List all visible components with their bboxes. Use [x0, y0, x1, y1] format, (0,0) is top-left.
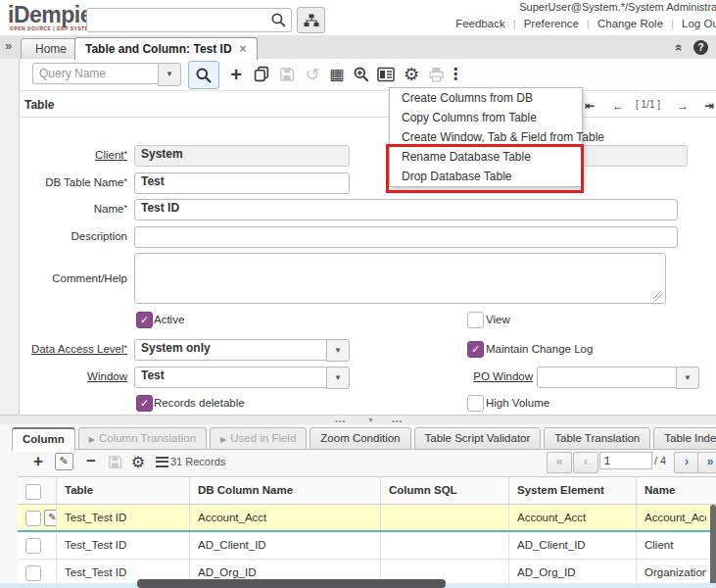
description-label: Description	[18, 230, 127, 242]
next-record-icon[interactable]: →	[677, 99, 689, 113]
collapse-all-icon[interactable]: «	[672, 44, 687, 51]
report-button[interactable]	[373, 61, 399, 87]
change-role-link[interactable]: Change Role	[597, 18, 663, 29]
process-dropdown-menu: Create Columns from DB Copy Columns from…	[389, 87, 583, 187]
save-button	[274, 61, 300, 87]
header-links: Feedback|Preference|Change Role|Log Out	[450, 18, 716, 29]
help-icon[interactable]: ?	[693, 40, 708, 55]
global-search-input[interactable]	[86, 8, 292, 32]
menu-item-create-window-tab-field[interactable]: Create Window, Tab & Field from Table	[390, 127, 582, 147]
table-row[interactable]: Test_Test ID AD_Client_ID AD_Client_ID C…	[18, 532, 716, 560]
more-options-kebab-icon[interactable]: ⋮	[443, 61, 468, 87]
page-number-input[interactable]	[599, 452, 652, 469]
table-row[interactable]: ✎ Test_Test ID Account_Acct Account_Acct…	[18, 505, 716, 532]
page-next-button[interactable]: ›	[674, 452, 699, 473]
client-field: System	[134, 145, 350, 167]
edit-row-button[interactable]: ✎	[53, 452, 74, 471]
tab-column-translation: ▶Column Translation	[78, 427, 207, 450]
chevron-right-icon: ▶	[220, 435, 226, 444]
tab-group-title: Table	[24, 98, 54, 112]
menu-item-drop-database-table[interactable]: Drop Database Table	[390, 167, 582, 186]
po-window-select[interactable]: ▼	[537, 367, 678, 388]
find-record-button[interactable]	[188, 61, 219, 89]
sitemap-icon	[304, 14, 319, 27]
zoom-across-button[interactable]	[349, 61, 374, 87]
menu-item-copy-columns-from-table[interactable]: Copy Columns from Table	[390, 108, 582, 127]
records-deletable-checkbox[interactable]: ✓	[136, 395, 153, 412]
select-all-checkbox[interactable]	[25, 484, 41, 500]
delete-row-button[interactable]: −	[80, 452, 102, 471]
query-dropdown-icon[interactable]: ▼	[158, 63, 181, 86]
db-table-name-label: DB Table Name*	[18, 176, 127, 188]
page-last-button[interactable]: »	[697, 452, 716, 473]
first-record-icon[interactable]: ⇤	[585, 99, 595, 113]
row-checkbox[interactable]	[25, 511, 41, 526]
group-divider	[19, 117, 716, 118]
page-total: / 4	[654, 455, 666, 466]
window-select[interactable]: Test ▼	[134, 367, 328, 388]
chevron-down-icon[interactable]: ▼	[326, 367, 350, 389]
splitter-collapse-icon[interactable]: ▼	[367, 416, 375, 423]
client-label: Client*	[18, 149, 127, 161]
tab-table-script-validator[interactable]: Table Script Validator	[414, 427, 542, 450]
detail-tabs: Column ▶Column Translation ▶Used in Fiel…	[12, 427, 716, 450]
menu-item-create-columns-from-db[interactable]: Create Columns from DB	[390, 88, 582, 108]
chevron-down-icon[interactable]: ▼	[676, 367, 699, 389]
data-access-level-label: Data Access Level*	[18, 343, 127, 355]
feedback-link[interactable]: Feedback	[455, 18, 505, 29]
menu-item-rename-database-table[interactable]: Rename Database Table	[390, 147, 582, 167]
grid-toggle-button[interactable]: ▦	[324, 61, 350, 87]
expand-west-icon[interactable]: »	[5, 38, 12, 53]
maintain-change-log-checkbox[interactable]: ✓	[467, 341, 484, 358]
name-field[interactable]: Test ID	[134, 199, 678, 220]
copy-record-button[interactable]	[249, 61, 274, 87]
logout-link[interactable]: Log Out	[682, 18, 716, 29]
process-gear-button[interactable]: ⚙	[399, 61, 424, 87]
add-row-button[interactable]: +	[27, 452, 49, 471]
high-volume-checkbox[interactable]	[467, 395, 484, 412]
row-checkbox[interactable]	[25, 538, 41, 554]
view-label: View	[486, 314, 510, 325]
high-volume-label: High Volume	[486, 397, 549, 409]
previous-record-icon[interactable]: ←	[612, 99, 624, 113]
active-checkbox[interactable]: ✓	[136, 312, 153, 328]
detail-pane: Column ▶Column Translation ▶Used in Fiel…	[0, 424, 716, 588]
pencil-icon: ✎	[55, 453, 73, 470]
menu-tree-button[interactable]	[297, 7, 325, 33]
po-window-label: PO Window	[423, 370, 533, 382]
new-record-button[interactable]: +	[223, 61, 249, 87]
app-header: iDempiere OPEN SOURCE | ERP SYSTEM Super…	[0, 0, 716, 36]
horizontal-scrollbar-thumb[interactable]	[137, 579, 446, 588]
save-row-button	[104, 452, 125, 471]
close-tab-icon[interactable]: ×	[240, 42, 247, 56]
query-name-input[interactable]	[32, 63, 163, 84]
tab-table-and-column[interactable]: Table and Column: Test ID×	[74, 37, 258, 60]
record-navigation: ⇤ ← [ 1/1 ] → ⇥	[579, 99, 716, 117]
vertical-scrollbar-thumb[interactable]	[710, 505, 716, 588]
row-checkbox[interactable]	[25, 565, 41, 581]
window-tabbar: » Home Table and Column: Test ID× « ?	[0, 35, 716, 60]
window-toolbar: ▼ + ↺ ▦ ⚙ ⋮	[0, 59, 716, 91]
record-count: 31 Records	[170, 456, 225, 467]
tab-column[interactable]: Column	[12, 427, 75, 452]
west-panel-collapsed[interactable]	[0, 59, 20, 424]
tab-table-translation[interactable]: Table Translation	[544, 427, 650, 450]
tab-zoom-condition[interactable]: Zoom Condition	[310, 427, 410, 450]
data-access-level-select[interactable]: System only ▼	[134, 339, 328, 361]
chevron-down-icon[interactable]: ▼	[326, 339, 350, 362]
last-record-icon[interactable]: ⇥	[704, 99, 714, 113]
app-logo-tagline: OPEN SOURCE | ERP SYSTEM	[10, 25, 93, 31]
description-field[interactable]	[134, 226, 678, 248]
view-checkbox[interactable]	[467, 312, 484, 328]
edit-pencil-icon[interactable]: ✎	[44, 510, 57, 526]
preference-link[interactable]: Preference	[524, 18, 579, 29]
page-previous-button: ‹	[573, 452, 598, 473]
comment-help-field[interactable]	[134, 253, 666, 304]
search-icon[interactable]	[270, 12, 287, 28]
tab-home[interactable]: Home	[21, 38, 81, 59]
row-settings-gear-icon[interactable]: ⚙	[127, 452, 149, 471]
tab-table-index[interactable]: Table Index	[653, 427, 716, 450]
name-label: Name*	[18, 203, 127, 215]
tab-used-in-field: ▶Used in Field	[210, 427, 307, 450]
db-table-name-field[interactable]: Test	[134, 172, 350, 194]
